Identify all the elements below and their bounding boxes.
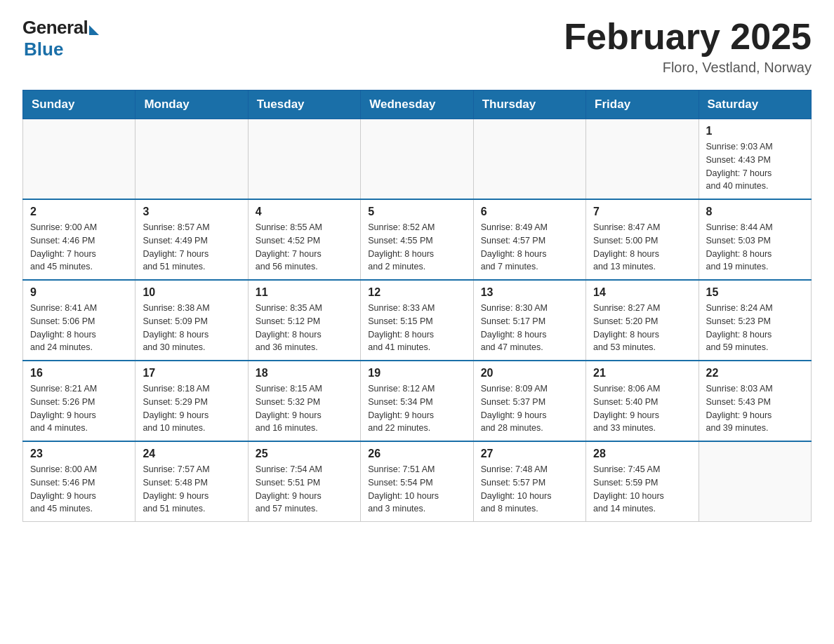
calendar-cell: 24Sunrise: 7:57 AMSunset: 5:48 PMDayligh… — [135, 441, 248, 522]
calendar-cell: 21Sunrise: 8:06 AMSunset: 5:40 PMDayligh… — [586, 361, 699, 441]
day-number: 19 — [368, 367, 465, 380]
day-number: 20 — [481, 367, 578, 380]
day-number: 10 — [143, 286, 240, 299]
day-number: 16 — [30, 367, 128, 380]
day-number: 23 — [30, 448, 128, 460]
calendar-cell — [699, 441, 811, 522]
calendar-cell — [23, 119, 135, 200]
calendar-cell: 16Sunrise: 8:21 AMSunset: 5:26 PMDayligh… — [23, 361, 135, 441]
week-row-4: 16Sunrise: 8:21 AMSunset: 5:26 PMDayligh… — [23, 361, 812, 441]
week-row-5: 23Sunrise: 8:00 AMSunset: 5:46 PMDayligh… — [23, 441, 812, 522]
week-row-1: 1Sunrise: 9:03 AMSunset: 4:43 PMDaylight… — [23, 119, 812, 200]
day-info: Sunrise: 8:09 AMSunset: 5:37 PMDaylight:… — [481, 382, 578, 435]
calendar-cell: 5Sunrise: 8:52 AMSunset: 4:55 PMDaylight… — [361, 199, 473, 280]
main-title: February 2025 — [564, 17, 812, 57]
day-number: 12 — [368, 286, 465, 299]
calendar-cell: 4Sunrise: 8:55 AMSunset: 4:52 PMDaylight… — [248, 199, 360, 280]
calendar-cell: 26Sunrise: 7:51 AMSunset: 5:54 PMDayligh… — [361, 441, 473, 522]
day-info: Sunrise: 8:15 AMSunset: 5:32 PMDaylight:… — [256, 382, 353, 435]
day-info: Sunrise: 7:45 AMSunset: 5:59 PMDaylight:… — [593, 463, 691, 516]
calendar-cell: 12Sunrise: 8:33 AMSunset: 5:15 PMDayligh… — [361, 280, 473, 361]
calendar-cell: 20Sunrise: 8:09 AMSunset: 5:37 PMDayligh… — [473, 361, 585, 441]
day-number: 25 — [256, 448, 353, 460]
day-info: Sunrise: 8:27 AMSunset: 5:20 PMDaylight:… — [593, 302, 691, 354]
day-number: 18 — [256, 367, 353, 380]
day-info: Sunrise: 9:03 AMSunset: 4:43 PMDaylight:… — [706, 140, 804, 193]
calendar-cell: 22Sunrise: 8:03 AMSunset: 5:43 PMDayligh… — [699, 361, 811, 441]
day-number: 27 — [481, 448, 578, 460]
day-number: 8 — [706, 206, 804, 218]
day-info: Sunrise: 8:00 AMSunset: 5:46 PMDaylight:… — [30, 463, 128, 516]
day-info: Sunrise: 8:44 AMSunset: 5:03 PMDaylight:… — [706, 221, 804, 274]
day-number: 17 — [143, 367, 240, 380]
day-number: 15 — [706, 286, 804, 299]
calendar-cell: 3Sunrise: 8:57 AMSunset: 4:49 PMDaylight… — [135, 199, 248, 280]
day-number: 5 — [368, 206, 465, 218]
day-info: Sunrise: 8:57 AMSunset: 4:49 PMDaylight:… — [143, 221, 240, 274]
calendar-cell — [586, 119, 699, 200]
calendar-cell: 9Sunrise: 8:41 AMSunset: 5:06 PMDaylight… — [23, 280, 135, 361]
calendar-cell: 8Sunrise: 8:44 AMSunset: 5:03 PMDaylight… — [699, 199, 811, 280]
logo-triangle-icon — [89, 25, 99, 35]
day-number: 7 — [593, 206, 691, 218]
day-number: 13 — [481, 286, 578, 299]
day-info: Sunrise: 7:57 AMSunset: 5:48 PMDaylight:… — [143, 463, 240, 516]
day-number: 14 — [593, 286, 691, 299]
day-number: 26 — [368, 448, 465, 460]
calendar-cell: 18Sunrise: 8:15 AMSunset: 5:32 PMDayligh… — [248, 361, 360, 441]
calendar-cell — [361, 119, 473, 200]
header-thursday: Thursday — [473, 90, 585, 119]
week-row-2: 2Sunrise: 9:00 AMSunset: 4:46 PMDaylight… — [23, 199, 812, 280]
day-number: 21 — [593, 367, 691, 380]
day-info: Sunrise: 8:38 AMSunset: 5:09 PMDaylight:… — [143, 302, 240, 354]
calendar-cell: 14Sunrise: 8:27 AMSunset: 5:20 PMDayligh… — [586, 280, 699, 361]
day-info: Sunrise: 8:55 AMSunset: 4:52 PMDaylight:… — [256, 221, 353, 274]
day-info: Sunrise: 8:18 AMSunset: 5:29 PMDaylight:… — [143, 382, 240, 435]
day-info: Sunrise: 8:33 AMSunset: 5:15 PMDaylight:… — [368, 302, 465, 354]
day-number: 1 — [706, 125, 804, 137]
day-number: 6 — [481, 206, 578, 218]
calendar-cell: 27Sunrise: 7:48 AMSunset: 5:57 PMDayligh… — [473, 441, 585, 522]
day-number: 9 — [30, 286, 128, 299]
calendar-cell: 13Sunrise: 8:30 AMSunset: 5:17 PMDayligh… — [473, 280, 585, 361]
location-subtitle: Floro, Vestland, Norway — [564, 60, 812, 76]
day-number: 4 — [256, 206, 353, 218]
calendar-cell: 19Sunrise: 8:12 AMSunset: 5:34 PMDayligh… — [361, 361, 473, 441]
day-info: Sunrise: 7:48 AMSunset: 5:57 PMDaylight:… — [481, 463, 578, 516]
calendar-cell: 6Sunrise: 8:49 AMSunset: 4:57 PMDaylight… — [473, 199, 585, 280]
calendar-cell — [473, 119, 585, 200]
day-info: Sunrise: 8:12 AMSunset: 5:34 PMDaylight:… — [368, 382, 465, 435]
calendar-cell — [248, 119, 360, 200]
day-info: Sunrise: 8:24 AMSunset: 5:23 PMDaylight:… — [706, 302, 804, 354]
day-info: Sunrise: 9:00 AMSunset: 4:46 PMDaylight:… — [30, 221, 128, 274]
header-wednesday: Wednesday — [361, 90, 473, 119]
day-info: Sunrise: 8:06 AMSunset: 5:40 PMDaylight:… — [593, 382, 691, 435]
calendar-cell — [135, 119, 248, 200]
calendar-cell: 23Sunrise: 8:00 AMSunset: 5:46 PMDayligh… — [23, 441, 135, 522]
calendar-cell: 1Sunrise: 9:03 AMSunset: 4:43 PMDaylight… — [699, 119, 811, 200]
calendar-cell: 11Sunrise: 8:35 AMSunset: 5:12 PMDayligh… — [248, 280, 360, 361]
day-info: Sunrise: 8:47 AMSunset: 5:00 PMDaylight:… — [593, 221, 691, 274]
calendar-header-row: SundayMondayTuesdayWednesdayThursdayFrid… — [23, 90, 812, 119]
day-info: Sunrise: 8:49 AMSunset: 4:57 PMDaylight:… — [481, 221, 578, 274]
day-info: Sunrise: 8:52 AMSunset: 4:55 PMDaylight:… — [368, 221, 465, 274]
day-number: 28 — [593, 448, 691, 460]
header-saturday: Saturday — [699, 90, 811, 119]
day-number: 2 — [30, 206, 128, 218]
day-number: 22 — [706, 367, 804, 380]
day-number: 3 — [143, 206, 240, 218]
logo-blue-text: Blue — [24, 39, 63, 60]
calendar-cell: 28Sunrise: 7:45 AMSunset: 5:59 PMDayligh… — [586, 441, 699, 522]
day-info: Sunrise: 8:35 AMSunset: 5:12 PMDaylight:… — [256, 302, 353, 354]
day-number: 24 — [143, 448, 240, 460]
header-friday: Friday — [586, 90, 699, 119]
logo-general-text: General — [22, 17, 88, 39]
header-sunday: Sunday — [23, 90, 135, 119]
day-info: Sunrise: 8:03 AMSunset: 5:43 PMDaylight:… — [706, 382, 804, 435]
day-number: 11 — [256, 286, 353, 299]
day-info: Sunrise: 7:51 AMSunset: 5:54 PMDaylight:… — [368, 463, 465, 516]
day-info: Sunrise: 7:54 AMSunset: 5:51 PMDaylight:… — [256, 463, 353, 516]
header-monday: Monday — [135, 90, 248, 119]
calendar-cell: 7Sunrise: 8:47 AMSunset: 5:00 PMDaylight… — [586, 199, 699, 280]
page-header: General Blue February 2025 Floro, Vestla… — [22, 17, 812, 76]
